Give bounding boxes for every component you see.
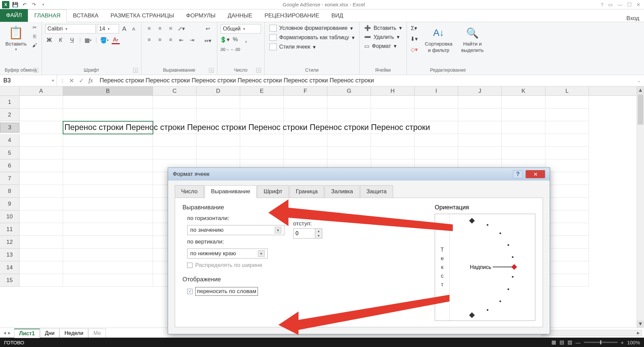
cell[interactable] bbox=[19, 274, 63, 287]
sheet-tab-4[interactable]: Ме bbox=[88, 329, 106, 338]
formula-enter-icon[interactable]: ✓ bbox=[79, 77, 84, 84]
dialog-tab-border[interactable]: Граница bbox=[289, 185, 324, 198]
sort-filter-button[interactable]: A↓ Сортировка и фильтр bbox=[423, 24, 454, 54]
cell[interactable] bbox=[153, 96, 197, 109]
cell[interactable] bbox=[63, 198, 153, 210]
dialog-tab-font[interactable]: Шрифт bbox=[257, 185, 289, 198]
zoom-level[interactable]: 100% bbox=[627, 340, 640, 345]
paste-button[interactable]: 📋 Вставить ▾ bbox=[3, 24, 29, 53]
col-header-K[interactable]: K bbox=[502, 86, 545, 95]
comma-icon[interactable]: , bbox=[242, 36, 250, 44]
align-right-icon[interactable]: ≡ bbox=[166, 36, 175, 44]
row-header-14[interactable]: 14 bbox=[0, 261, 19, 274]
tab-formulas[interactable]: ФОРМУЛЫ bbox=[180, 10, 222, 22]
zoom-in-icon[interactable]: + bbox=[621, 340, 624, 345]
dialog-tab-fill[interactable]: Заливка bbox=[325, 185, 359, 198]
cell[interactable] bbox=[327, 134, 371, 147]
cell[interactable] bbox=[371, 96, 415, 109]
cell[interactable]: Перенос строки Перенос строки Перенос ст… bbox=[63, 121, 153, 134]
dialog-help-button[interactable]: ? bbox=[513, 170, 523, 178]
cell[interactable] bbox=[63, 134, 153, 147]
cell[interactable] bbox=[63, 185, 153, 198]
col-header-E[interactable]: E bbox=[240, 86, 284, 95]
cell[interactable] bbox=[63, 159, 153, 172]
col-header-H[interactable]: H bbox=[371, 86, 415, 95]
cell[interactable] bbox=[371, 109, 415, 121]
row-header-8[interactable]: 8 bbox=[0, 185, 19, 198]
col-header-L[interactable]: L bbox=[545, 86, 589, 95]
autosum-icon[interactable]: Σ▾ bbox=[410, 24, 418, 32]
orientation-icon[interactable]: ⤢▾ bbox=[177, 24, 186, 33]
accounting-icon[interactable]: 💲▾ bbox=[221, 36, 229, 44]
increase-font-icon[interactable]: A bbox=[120, 25, 128, 33]
cell[interactable] bbox=[19, 172, 63, 185]
row-header-7[interactable]: 7 bbox=[0, 172, 19, 185]
cell[interactable] bbox=[327, 109, 371, 121]
fill-icon[interactable]: ⬇▾ bbox=[410, 35, 418, 43]
merge-center-icon[interactable]: ⇔▾ bbox=[202, 36, 214, 45]
cell[interactable] bbox=[327, 147, 371, 159]
qat-dropdown-icon[interactable]: ▾ bbox=[40, 1, 47, 8]
tab-view[interactable]: ВИД bbox=[325, 10, 349, 22]
cell[interactable] bbox=[19, 121, 63, 134]
maximize-icon[interactable]: ☐ bbox=[627, 2, 632, 8]
cell[interactable] bbox=[19, 147, 63, 159]
view-normal-icon[interactable]: ▦ bbox=[551, 339, 556, 345]
format-as-table-button[interactable]: Форматировать как таблицу ▾ bbox=[268, 33, 356, 42]
cell[interactable] bbox=[545, 96, 589, 109]
cell[interactable] bbox=[545, 261, 589, 274]
row-header-6[interactable]: 6 bbox=[0, 159, 19, 172]
formula-input[interactable]: Перенос строки Перенос строки Перенос ст… bbox=[96, 75, 637, 86]
formula-expand-icon[interactable]: ⌄ bbox=[637, 78, 644, 83]
scroll-thumb[interactable] bbox=[638, 94, 643, 125]
cell[interactable] bbox=[284, 96, 327, 109]
underline-button[interactable]: Ч bbox=[68, 36, 76, 44]
redo-icon[interactable]: ↷ bbox=[30, 1, 38, 8]
cell[interactable] bbox=[19, 210, 63, 223]
cell[interactable] bbox=[458, 134, 502, 147]
italic-button[interactable]: К bbox=[57, 36, 65, 44]
cell[interactable] bbox=[19, 185, 63, 198]
spin-up-icon[interactable]: ▲ bbox=[315, 229, 322, 233]
sheet-tab-3[interactable]: Недели bbox=[59, 329, 88, 338]
orientation-control[interactable]: Текст Надпись bbox=[435, 214, 535, 321]
bold-button[interactable]: Ж bbox=[45, 36, 53, 44]
cell[interactable] bbox=[19, 261, 63, 274]
percent-icon[interactable]: % bbox=[231, 36, 239, 44]
dialog-tab-protection[interactable]: Защита bbox=[360, 185, 393, 198]
clear-icon[interactable]: ◇▾ bbox=[410, 46, 418, 54]
decrease-decimal-icon[interactable]: ←.00 bbox=[231, 46, 239, 54]
delete-cells-button[interactable]: ➖Удалить ▾ bbox=[363, 33, 403, 41]
cell[interactable] bbox=[458, 121, 502, 134]
tab-file[interactable]: ФАЙЛ bbox=[0, 9, 28, 22]
row-header-15[interactable]: 15 bbox=[0, 274, 19, 287]
hscroll-right-icon[interactable]: ▸ bbox=[635, 330, 642, 336]
copy-icon[interactable]: ⎘ bbox=[32, 33, 38, 40]
cell[interactable] bbox=[19, 198, 63, 210]
cell[interactable] bbox=[545, 210, 589, 223]
cell[interactable] bbox=[240, 134, 284, 147]
select-all-corner[interactable] bbox=[0, 86, 19, 95]
cell[interactable] bbox=[545, 109, 589, 121]
dialog-tab-number[interactable]: Число bbox=[175, 185, 204, 198]
ribbon-collapse-icon[interactable]: ▭ bbox=[608, 2, 613, 8]
row-header-12[interactable]: 12 bbox=[0, 236, 19, 249]
minimize-icon[interactable]: — bbox=[618, 2, 623, 8]
cell[interactable] bbox=[197, 96, 240, 109]
dialog-tab-alignment[interactable]: Выравнивание bbox=[205, 185, 257, 198]
align-top-icon[interactable]: ≡ bbox=[145, 24, 154, 33]
cell[interactable] bbox=[284, 147, 327, 159]
wrap-text-icon[interactable]: ↩ bbox=[202, 24, 214, 33]
cell[interactable] bbox=[502, 147, 545, 159]
alignment-launcher-icon[interactable]: ↘ bbox=[209, 68, 214, 73]
col-header-G[interactable]: G bbox=[327, 86, 371, 95]
find-select-button[interactable]: 🔍 Найти и выделить bbox=[459, 24, 486, 54]
insert-cells-button[interactable]: ➕Вставить ▾ bbox=[363, 24, 403, 32]
sheet-tab-1[interactable]: Лист1 bbox=[14, 329, 40, 338]
fill-color-icon[interactable]: 🪣▾ bbox=[100, 36, 108, 44]
help-icon[interactable]: ? bbox=[601, 2, 603, 8]
indent-dec-icon[interactable]: ⇤ bbox=[177, 36, 186, 44]
align-left-icon[interactable]: ≡ bbox=[145, 36, 154, 44]
row-header-1[interactable]: 1 bbox=[0, 96, 19, 109]
cell[interactable] bbox=[19, 134, 63, 147]
